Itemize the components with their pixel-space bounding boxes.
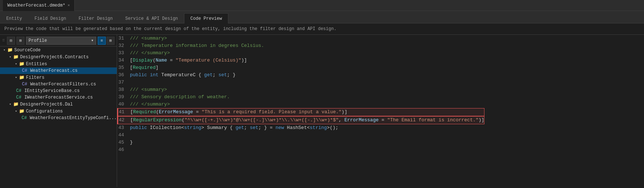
line-num-39: 39 <box>117 93 130 101</box>
tab-filter-design[interactable]: Filter Design <box>72 13 119 23</box>
tree-item-weatherforecastfilterscs[interactable]: C# WeatherForecastFilters.cs <box>0 81 117 88</box>
label-iweatherforecastservice: IWeatherForecastService.cs <box>24 95 93 100</box>
arrow-entities: ▾ <box>13 62 19 66</box>
file-tab-label: WeatherForecast.dmedm* <box>7 3 65 8</box>
folder-icon-contracts: 📁 <box>13 54 19 60</box>
main-layout: ⠿ ⊟ ⊞ Profile ▾ ≡ ⊞ ▾ 📁 SourceCode <box>0 35 644 187</box>
line-code-31: /// <summary> <box>130 35 484 42</box>
interface-icon-entitytypeconfig: C# <box>22 115 27 121</box>
cs-icon-weatherforecastfilterscs: C# <box>22 82 27 87</box>
view-btns: ≡ ⊞ <box>98 37 115 45</box>
arrow-filters: ▾ <box>13 75 19 80</box>
tree-item-sourcecode[interactable]: ▾ 📁 SourceCode <box>0 47 117 54</box>
tree-item-dal[interactable]: ▾ 📁 DesignerProject6.Dal <box>0 101 117 108</box>
tree-item-entitytypeconfig[interactable]: C# WeatherForecastEntityTypeConfi... <box>0 115 117 121</box>
tree-item-filters[interactable]: ▾ 📁 Filters <box>0 74 117 81</box>
code-line-32: 32 /// Temperature information in degree… <box>117 42 484 49</box>
line-num-37: 37 <box>117 79 130 86</box>
tree-item-iweatherforecastservice[interactable]: C# IWeatherForecastService.cs <box>0 94 117 101</box>
tree-item-ientityservicebase[interactable]: C# IEntityServiceBase.cs <box>0 88 117 94</box>
arrow-contracts: ▾ <box>7 55 13 59</box>
grid-view-btn[interactable]: ⊞ <box>106 37 115 45</box>
code-line-44: 44 <box>117 132 484 139</box>
line-num-33: 33 <box>117 49 130 57</box>
line-code-38: /// <summary> <box>130 86 484 93</box>
label-entitytypeconfig: WeatherForecastEntityTypeConfi... <box>30 115 117 121</box>
line-num-46: 46 <box>117 146 130 154</box>
line-code-44 <box>130 132 484 139</box>
line-code-45: } <box>130 139 484 146</box>
tree-item-entities[interactable]: ▾ 📁 Entities <box>0 60 117 67</box>
code-line-39: 39 /// Sensory description of weather. <box>117 93 484 101</box>
top-tabs: Entity Field Design Filter Design Servic… <box>0 11 644 23</box>
expand-btn[interactable]: ⊞ <box>16 37 25 45</box>
line-code-42: [RegularExpression("^\\w+([-+.]\\w+)*@\\… <box>130 117 484 124</box>
line-num-34: 34 <box>117 57 130 64</box>
tab-service-api[interactable]: Service & API Design <box>119 13 184 23</box>
code-line-34: 34 [Display(Name = "Temperature (Celsius… <box>117 57 484 64</box>
line-num-45: 45 <box>117 139 130 146</box>
label-contracts: DesignerProject6.Contracts <box>20 55 89 60</box>
label-filters: Filters <box>26 75 44 80</box>
interface-icon-iweatherforecastservice: C# <box>16 95 21 100</box>
code-line-36: 36 public int TemperatureC { get; set; } <box>117 71 484 79</box>
line-num-31: 31 <box>117 35 130 42</box>
label-weatherforecastfilterscs: WeatherForecastFilters.cs <box>30 82 96 87</box>
file-tab-close[interactable]: × <box>67 3 70 8</box>
line-code-46 <box>130 146 484 154</box>
line-code-41: [Required(ErrorMessage = "This is a requ… <box>130 108 484 116</box>
profile-label: Profile <box>29 38 47 43</box>
drag-handle: ⠿ <box>2 38 5 43</box>
line-num-43: 43 <box>117 124 130 132</box>
label-weatherforecastcs: WeatherForecast.cs <box>30 68 78 73</box>
title-bar: WeatherForecast.dmedm* × <box>0 0 644 11</box>
folder-icon-dal: 📁 <box>13 102 19 107</box>
code-line-46: 46 <box>117 146 484 154</box>
tab-field-design[interactable]: Field Design <box>28 13 72 23</box>
tree-item-weatherforecastcs[interactable]: C# WeatherForecast.cs <box>0 67 117 74</box>
code-line-42: 42 [RegularExpression("^\\w+([-+.]\\w+)*… <box>117 116 484 124</box>
line-num-42: 42 <box>117 117 130 124</box>
line-num-38: 38 <box>117 86 130 93</box>
line-num-40: 40 <box>117 101 130 108</box>
tab-entity[interactable]: Entity <box>0 13 28 23</box>
line-num-35: 35 <box>117 64 130 71</box>
code-line-35: 35 [Required] <box>117 64 484 71</box>
label-entities: Entities <box>26 62 47 67</box>
code-lines: 31 /// <summary> 32 /// Temperature info… <box>117 35 484 187</box>
collapse-btn[interactable]: ⊟ <box>7 37 15 45</box>
folder-icon-entities: 📁 <box>19 61 25 67</box>
code-line-40: 40 /// </summary> <box>117 101 484 108</box>
profile-dropdown[interactable]: Profile ▾ <box>26 37 96 45</box>
list-view-btn[interactable]: ≡ <box>98 37 106 45</box>
line-code-33: /// </summary> <box>130 49 484 57</box>
line-code-34: [Display(Name = "Temperature (Celsius)")… <box>130 57 484 64</box>
line-num-36: 36 <box>117 71 130 79</box>
line-code-43: public ICollection<string> Summary { get… <box>130 124 484 132</box>
code-line-41: 41 [Required(ErrorMessage = "This is a r… <box>117 108 484 116</box>
code-panel[interactable]: 31 /// <summary> 32 /// Temperature info… <box>117 35 644 187</box>
line-code-32: /// Temperature information in degrees C… <box>130 42 484 49</box>
code-line-37: 37 <box>117 79 484 86</box>
label-dal: DesignerProject6.Dal <box>20 102 73 107</box>
cs-icon-weatherforecastcs: C# <box>22 68 27 73</box>
file-tree: ▾ 📁 SourceCode ▾ 📁 DesignerProject6.Cont… <box>0 47 117 121</box>
file-tab[interactable]: WeatherForecast.dmedm* × <box>3 0 75 11</box>
tree-item-configurations[interactable]: ▾ 📁 Configurations <box>0 108 117 115</box>
line-num-32: 32 <box>117 42 130 49</box>
line-num-44: 44 <box>117 132 130 139</box>
tree-item-contracts[interactable]: ▾ 📁 DesignerProject6.Contracts <box>0 54 117 60</box>
code-line-31: 31 /// <summary> <box>117 35 484 42</box>
sidebar: ⠿ ⊟ ⊞ Profile ▾ ≡ ⊞ ▾ 📁 SourceCode <box>0 35 117 187</box>
line-num-41: 41 <box>117 108 130 116</box>
sidebar-toolbar: ⠿ ⊟ ⊞ Profile ▾ ≡ ⊞ <box>0 35 117 47</box>
line-code-39: /// Sensory description of weather. <box>130 93 484 101</box>
dropdown-arrow: ▾ <box>91 38 94 43</box>
tab-code-preview[interactable]: Code Preview <box>184 13 228 23</box>
line-code-40: /// </summary> <box>130 101 484 108</box>
code-line-33: 33 /// </summary> <box>117 49 484 57</box>
code-line-43: 43 public ICollection<string> Summary { … <box>117 124 484 132</box>
label-sourcecode: SourceCode <box>14 48 41 53</box>
code-line-38: 38 /// <summary> <box>117 86 484 93</box>
line-code-35: [Required] <box>130 64 484 71</box>
